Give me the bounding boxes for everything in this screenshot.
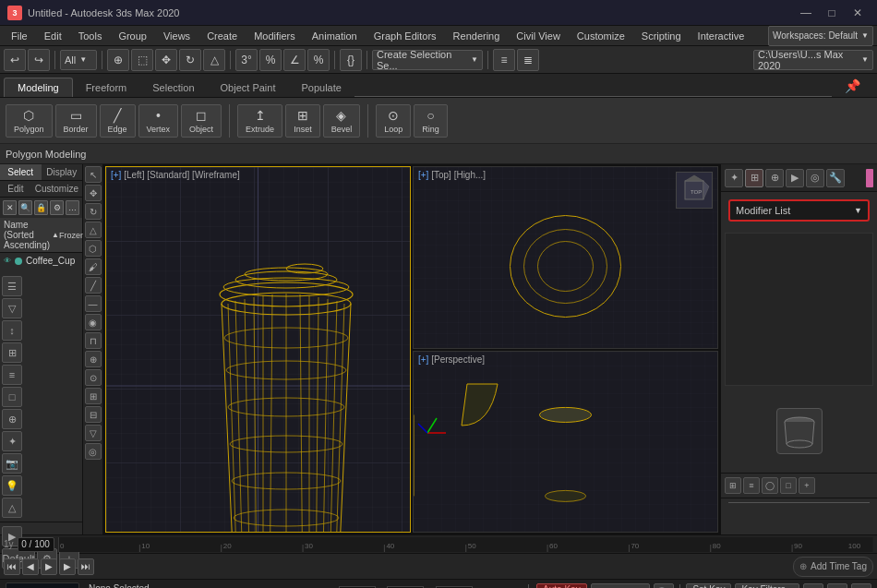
move-tool[interactable]: ✥: [85, 185, 102, 201]
menu-views[interactable]: Views: [156, 29, 198, 43]
ribbon-btn-vertex[interactable]: • Vertex: [138, 104, 179, 138]
isolate-tool[interactable]: ◎: [85, 443, 102, 460]
tab-customize[interactable]: Customize: [31, 181, 82, 197]
tab-populate[interactable]: Populate: [288, 78, 354, 97]
tab-pin[interactable]: 📌: [832, 75, 873, 97]
menu-graph-editors[interactable]: Graph Editors: [366, 29, 444, 43]
tab-modeling[interactable]: Modeling: [4, 78, 73, 97]
link-icon[interactable]: ⊕: [2, 409, 22, 429]
filter-icon[interactable]: ▽: [2, 298, 22, 318]
menu-edit[interactable]: Edit: [37, 29, 69, 43]
viewport-top[interactable]: [+] [Top] [High...]: [413, 166, 718, 349]
tab-display[interactable]: Display: [42, 164, 83, 180]
reference-coord-button[interactable]: 3°: [235, 49, 258, 71]
add-time-tag-button[interactable]: ⊕ Add Time Tag: [793, 557, 873, 577]
frame-input[interactable]: [18, 537, 54, 552]
layer-icon[interactable]: ≡: [2, 365, 22, 385]
timeline-ruler[interactable]: 0 10 20 30 40 50 60 70 80 90 100: [58, 537, 873, 552]
expand-icon[interactable]: ⊞: [2, 342, 22, 363]
layers-button[interactable]: ≡: [493, 49, 515, 71]
ribbon-btn-border[interactable]: ▭ Border: [55, 104, 97, 138]
search-explorer-button[interactable]: 🔍: [18, 200, 32, 215]
tab-select[interactable]: Select: [0, 164, 42, 180]
filter-tool[interactable]: ▽: [85, 425, 102, 441]
sort-header[interactable]: Name (Sorted Ascending) ▲ Frozen: [0, 218, 82, 253]
ribbon-btn-edge[interactable]: ╱ Edge: [100, 104, 136, 138]
path-dropdown[interactable]: C:\Users\U...s Max 2020 ▼: [753, 50, 873, 70]
crease-tool[interactable]: ╱: [85, 277, 102, 294]
rotate-button[interactable]: ↻: [179, 49, 201, 71]
play-button[interactable]: ▶: [41, 558, 57, 575]
list-item-coffee-cup[interactable]: 👁 Coffee_Cup: [0, 253, 82, 269]
settings-explorer-button[interactable]: ⚙: [50, 200, 64, 215]
ribbon-btn-inset[interactable]: ⊞ Inset: [285, 104, 320, 138]
select-by-name-icon[interactable]: ☰: [2, 276, 22, 296]
ribbon-btn-polygon[interactable]: ⬡ Polygon: [6, 104, 53, 138]
modifier-list-dropdown[interactable]: Modifier List ▼: [728, 199, 870, 222]
sel-icon[interactable]: +: [799, 477, 815, 494]
tab-selection[interactable]: Selection: [139, 78, 207, 97]
light2-icon[interactable]: ◯: [762, 477, 778, 494]
bone-icon[interactable]: ✦: [2, 431, 22, 451]
scale-tool[interactable]: △: [85, 222, 102, 238]
auto-key-button[interactable]: Auto Key: [536, 583, 587, 589]
menu-group[interactable]: Group: [111, 29, 154, 43]
maximize-button[interactable]: □: [820, 5, 844, 21]
tab-freeform[interactable]: Freeform: [73, 78, 140, 97]
create-panel-icon[interactable]: ✦: [725, 169, 743, 187]
bridge-tool[interactable]: ⊓: [85, 332, 102, 349]
cam-icon[interactable]: □: [780, 477, 797, 494]
select-button[interactable]: ⊕: [107, 49, 129, 71]
ribbon-btn-object[interactable]: ◻ Object: [181, 104, 222, 138]
sort-icon[interactable]: ↕: [2, 320, 22, 341]
shrink-tool[interactable]: ⊟: [85, 406, 102, 423]
create-selection-dropdown[interactable]: Create Selection Se... ▼: [372, 50, 483, 70]
redo-button[interactable]: ↪: [28, 49, 50, 71]
viewport-perspective[interactable]: [+] [Perspective]: [413, 351, 718, 534]
ribbon-toggle-button[interactable]: ≣: [517, 49, 539, 71]
key-filters-button[interactable]: Key Filters...: [735, 583, 799, 589]
object-prop-icon[interactable]: □: [2, 387, 22, 407]
viewport-left[interactable]: [+] [Left] [Standard] [Wireframe]: [105, 166, 411, 533]
hierarchy-panel-icon[interactable]: ⊕: [765, 169, 784, 187]
move-button[interactable]: ✥: [155, 49, 177, 71]
weld-tool[interactable]: ◉: [85, 314, 102, 330]
display-panel-icon[interactable]: ◎: [806, 169, 824, 187]
rotate-tool[interactable]: ↻: [85, 203, 102, 220]
paint-tool[interactable]: 🖌: [85, 258, 102, 275]
tab-edit[interactable]: Edit: [0, 181, 31, 197]
goto-start-button[interactable]: ⏮: [4, 558, 20, 575]
set-key-button[interactable]: Set Key: [686, 583, 731, 589]
close-explorer-button[interactable]: ✕: [3, 200, 17, 215]
modify-panel-icon[interactable]: ⊞: [745, 169, 763, 187]
selected-dropdown[interactable]: Selected ▼: [591, 583, 651, 589]
undo-button[interactable]: ↩: [4, 49, 26, 71]
named-selection-button[interactable]: {}: [340, 49, 362, 71]
menu-animation[interactable]: Animation: [305, 29, 365, 43]
connect-tool[interactable]: ⊕: [85, 351, 102, 367]
grow-tool[interactable]: ⊞: [85, 388, 102, 404]
minimize-button[interactable]: —: [794, 5, 818, 21]
utilities-panel-icon[interactable]: 🔧: [826, 169, 845, 187]
ribbon-btn-ring[interactable]: ○ Ring: [414, 104, 448, 138]
shape-icon[interactable]: △: [2, 498, 22, 518]
extra-btn1[interactable]: ⊕: [803, 583, 823, 589]
menu-civil-view[interactable]: Civil View: [509, 29, 567, 43]
param-icon[interactable]: ⊞: [725, 477, 741, 494]
tab-object-paint[interactable]: Object Paint: [208, 78, 289, 97]
close-button[interactable]: ✕: [846, 5, 870, 21]
ribbon-btn-loop[interactable]: ⊙ Loop: [376, 104, 411, 138]
percent-snap-button[interactable]: %: [307, 49, 330, 71]
prev-frame-button[interactable]: ◀: [22, 558, 39, 575]
extra-btn2[interactable]: ⚙: [827, 583, 847, 589]
search-button[interactable]: 🔍: [654, 583, 674, 589]
menu-modifiers[interactable]: Modifiers: [246, 29, 303, 43]
menu-interactive[interactable]: Interactive: [691, 29, 752, 43]
goto-end-button[interactable]: ⏭: [78, 558, 94, 575]
slice-tool[interactable]: —: [85, 295, 102, 312]
loop-tool[interactable]: ⊙: [85, 369, 102, 386]
menu-file[interactable]: File: [4, 29, 35, 43]
lock-explorer-button[interactable]: 🔒: [34, 200, 48, 215]
env-icon[interactable]: ≡: [743, 477, 760, 494]
scale-button[interactable]: △: [203, 49, 225, 71]
